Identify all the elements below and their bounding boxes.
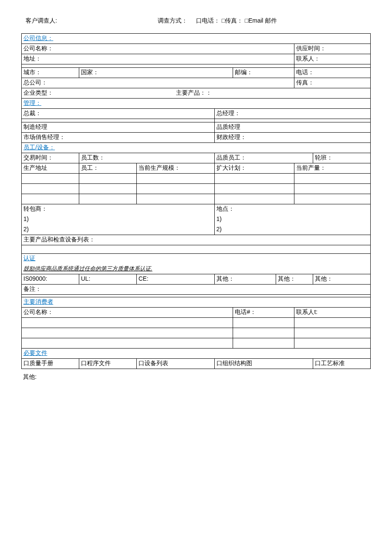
doc-process-checkbox[interactable]: 口工艺标准 [313, 359, 370, 369]
table-cell[interactable] [294, 174, 371, 184]
table-cell[interactable] [136, 174, 214, 184]
postal-field[interactable]: 邮编： [233, 68, 294, 78]
main-product-label: 主要产品：： [176, 89, 212, 96]
subcon-2[interactable]: 2) [22, 225, 215, 235]
qa-mgr-field[interactable]: 品质经理 [214, 122, 370, 133]
table-cell[interactable] [22, 338, 233, 349]
ul-field[interactable]: UL: [79, 274, 136, 285]
subcon-field[interactable]: 转包商： [22, 204, 215, 215]
gap [214, 119, 370, 122]
gap [22, 245, 371, 254]
email-checkbox[interactable]: □Email 邮件 [245, 17, 277, 25]
table-cell[interactable] [233, 328, 294, 338]
section-company: 公司信息： [22, 34, 371, 44]
supply-time-field[interactable]: 供应时间： [294, 44, 371, 54]
gap [294, 64, 371, 68]
location-1[interactable]: 1) [214, 215, 370, 225]
section-management: 管理： [22, 99, 371, 109]
table-cell[interactable] [22, 194, 79, 204]
customer-name-field[interactable]: 公司名称： [22, 308, 233, 318]
section-cert: 认证 [22, 254, 371, 264]
city-field[interactable]: 城市： [22, 68, 79, 78]
table-cell[interactable] [22, 184, 79, 194]
method-label: 调查方式： [158, 17, 187, 25]
gm-field[interactable]: 总经理： [214, 109, 370, 119]
form-header: 客户调查人: 调查方式： 口电话： □传真： □Email 邮件 [21, 17, 371, 25]
parent-company-field[interactable]: 总公司： [22, 78, 294, 88]
location-field[interactable]: 地点： [214, 204, 370, 215]
table-cell[interactable] [294, 318, 371, 328]
tel-field[interactable]: 电话： [294, 68, 371, 78]
table-cell[interactable] [22, 328, 233, 338]
expand-header: 扩大计划： [214, 163, 294, 174]
table-cell[interactable] [294, 338, 371, 349]
company-type-row[interactable]: 企业类型： 主要产品：： [22, 88, 371, 99]
emp-header: 员工： [79, 163, 136, 174]
section-docs: 必要文件 [22, 349, 371, 359]
location-2[interactable]: 2) [214, 225, 370, 235]
table-cell[interactable] [294, 194, 371, 204]
doc-equip-checkbox[interactable]: 口设备列表 [136, 359, 214, 369]
doc-procedure-checkbox[interactable]: 口程序文件 [79, 359, 136, 369]
subcon-1[interactable]: 1) [22, 215, 215, 225]
fin-mgr-field[interactable]: 财政经理： [214, 133, 370, 143]
shift-field[interactable]: 轮班： [313, 153, 370, 163]
table-cell[interactable] [294, 184, 371, 194]
sales-mgr-field[interactable]: 市场俏售经理： [22, 133, 215, 143]
table-cell[interactable] [79, 174, 136, 184]
iso-field[interactable]: IS09000: [22, 274, 79, 285]
scale-header: 当前生产规模： [136, 163, 214, 174]
customer-contact-field[interactable]: 联系人t: [294, 308, 371, 318]
table-cell[interactable] [79, 184, 136, 194]
prod-addr-header: 生产地址 [22, 163, 79, 174]
address-field[interactable]: 地址： [22, 54, 294, 64]
customer-tel-field[interactable]: 电话#： [233, 308, 294, 318]
gap [22, 64, 294, 68]
section-customer: 主要消费者 [22, 297, 371, 308]
fax-checkbox[interactable]: □传真： [222, 17, 243, 25]
table-cell[interactable] [233, 318, 294, 328]
country-field[interactable]: 国家： [79, 68, 233, 78]
table-cell[interactable] [136, 194, 214, 204]
output-header: 当前产量： [294, 163, 371, 174]
section-staff: 员工/设备： [22, 143, 371, 153]
table-cell[interactable] [294, 328, 371, 338]
president-field[interactable]: 总裁： [22, 109, 215, 119]
doc-manual-checkbox[interactable]: 口质量手册 [22, 359, 79, 369]
table-cell[interactable] [22, 318, 233, 328]
table-cell[interactable] [233, 338, 294, 349]
gap [22, 119, 215, 122]
survey-form: 公司信息： 公司名称： 供应时间： 地址： 联系人： 城市： 国家： 邮编： 电… [21, 33, 371, 369]
doc-org-checkbox[interactable]: 口组织结构图 [214, 359, 313, 369]
contact-field[interactable]: 联系人： [294, 54, 371, 64]
other3-field[interactable]: 其他： [313, 274, 370, 285]
table-cell[interactable] [214, 174, 294, 184]
cert-note: 鼓励供应商品质系统通过任命的第三方质量体系认证. [22, 264, 371, 274]
company-type-label: 企业类型： [23, 89, 53, 96]
other-label: 其他: [21, 369, 371, 385]
qa-emp-field[interactable]: 品质员工： [214, 153, 313, 163]
table-cell[interactable] [79, 194, 136, 204]
emp-count-field[interactable]: 员工数： [79, 153, 214, 163]
investigator-label: 客户调查人: [26, 17, 158, 25]
ce-field[interactable]: CE: [136, 274, 214, 285]
equip-list-field[interactable]: 主要产品和检查设备列表： [22, 235, 371, 245]
mfg-mgr-field[interactable]: 制造经理 [22, 122, 215, 133]
table-cell[interactable] [214, 194, 294, 204]
company-fax-field[interactable]: 传真： [294, 78, 371, 88]
company-name-field[interactable]: 公司名称： [22, 44, 294, 54]
trade-time-field[interactable]: 交易时间： [22, 153, 79, 163]
phone-checkbox[interactable]: 口电话： [196, 17, 220, 25]
remark-field[interactable]: 备注： [22, 285, 371, 295]
table-cell[interactable] [136, 184, 214, 194]
other2-field[interactable]: 其他： [276, 274, 313, 285]
other1-field[interactable]: 其他： [214, 274, 276, 285]
table-cell[interactable] [22, 174, 79, 184]
table-cell[interactable] [214, 184, 294, 194]
